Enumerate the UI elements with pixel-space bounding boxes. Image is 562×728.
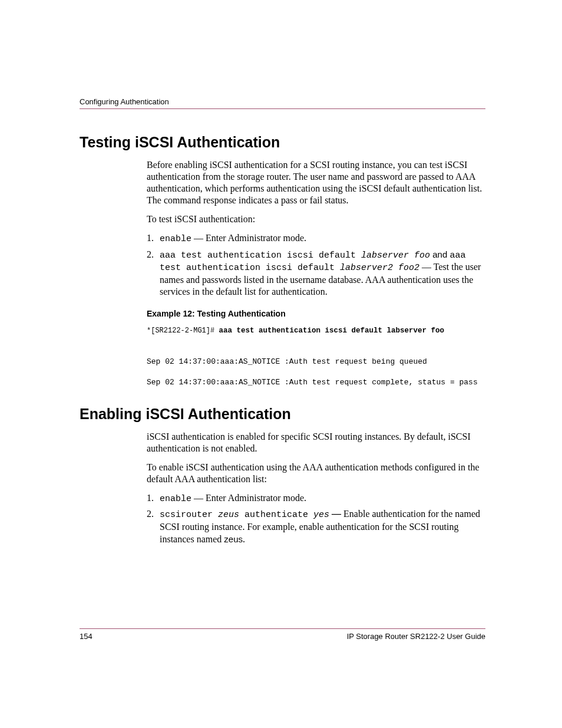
step2-cmd-b: authenticate — [239, 510, 313, 520]
section1-para2: To test iSCSI authentication: — [147, 213, 485, 225]
step2-cmd-a: scsirouter — [160, 510, 218, 520]
section2-para1: iSCSI authentication is enabled for spec… — [147, 431, 485, 454]
step2-zeus: zeus — [224, 534, 243, 544]
step1-command: enable — [160, 234, 191, 244]
section1-para1: Before enabling iSCSI authentication for… — [147, 159, 485, 206]
step-number: 2. — [147, 508, 160, 521]
footer-rule — [80, 628, 485, 629]
header-label: Configuring Authentication — [80, 97, 485, 106]
example-label: Example 12: Testing Authentication — [147, 309, 485, 318]
section1-step1: 1.enable — Enter Administrator mode. — [147, 232, 485, 245]
step2-var2: labserver2 foo2 — [340, 263, 419, 273]
step2-var-a: zeus — [218, 510, 239, 520]
section1-heading: Testing iSCSI Authentication — [80, 134, 485, 151]
section1-step2: 2.aaa test authentication iscsi default … — [147, 249, 485, 299]
section2-para2: To enable iSCSI authentication using the… — [147, 462, 485, 485]
footer-title: IP Storage Router SR2122-2 User Guide — [347, 632, 485, 641]
step2-var1: labserver foo — [361, 251, 430, 261]
section2-step2: 2.scsirouter zeus authenticate yes — Ena… — [147, 508, 485, 545]
step2-dash: — — [329, 509, 343, 519]
code-output1: Sep 02 14:37:00:aaa:AS_NOTICE :Auth test… — [147, 357, 427, 366]
page-footer: 154 IP Storage Router SR2122-2 User Guid… — [80, 632, 485, 641]
step2-and: and — [430, 249, 449, 259]
section2-step1: 1.enable — Enter Administrator mode. — [147, 492, 485, 505]
code-prompt: *[SR2122-2-MG1]# — [147, 327, 219, 335]
step1-text: — Enter Administrator mode. — [191, 233, 306, 243]
step1-text: — Enter Administrator mode. — [191, 493, 306, 503]
section2-heading: Enabling iSCSI Authentication — [80, 406, 485, 423]
page-number: 154 — [80, 632, 92, 641]
step2-period: . — [243, 534, 245, 544]
step-number: 1. — [147, 232, 160, 245]
step-number: 1. — [147, 492, 160, 505]
step1-command: enable — [160, 494, 191, 504]
section2-steps: 1.enable — Enter Administrator mode. 2.s… — [147, 492, 485, 546]
code-output2: Sep 02 14:37:00:aaa:AS_NOTICE :Auth test… — [147, 378, 478, 387]
step2-command1: aaa test authentication iscsi default — [160, 251, 361, 261]
step2-var-b: yes — [313, 510, 329, 520]
header-rule — [80, 108, 485, 109]
code-command: aaa test authentication iscsi default la… — [219, 327, 444, 335]
code-block: *[SR2122-2-MG1]# aaa test authentication… — [147, 325, 485, 388]
page-header: Configuring Authentication — [80, 97, 485, 109]
step-number: 2. — [147, 249, 160, 261]
section1-steps: 1.enable — Enter Administrator mode. 2.a… — [147, 232, 485, 298]
